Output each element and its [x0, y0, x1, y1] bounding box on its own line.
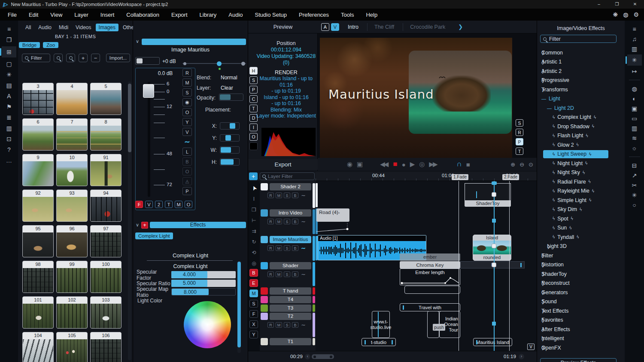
trim-handle[interactable]: [365, 340, 366, 344]
transport-loop-button[interactable]: ◎: [419, 160, 423, 168]
fx-favorites[interactable]: ❯Favorites: [537, 316, 623, 324]
expand-icon[interactable]: ❯: [541, 253, 545, 258]
scroll-right-button[interactable]: ›: [519, 354, 524, 359]
media-item-96[interactable]: 96: [56, 225, 88, 257]
media-item-105[interactable]: 105: [56, 332, 88, 362]
overlay-r-button[interactable]: R: [516, 129, 523, 136]
transport-stop-button[interactable]: ■: [393, 160, 396, 169]
track-name[interactable]: T4: [270, 296, 311, 303]
track-s-button[interactable]: S: [284, 219, 290, 224]
playhead-cap[interactable]: [492, 181, 497, 185]
fx-glow-2[interactable]: ϟGlow 2ϟ: [537, 141, 623, 149]
wave-button[interactable]: ∼: [182, 138, 192, 146]
track-t-hand[interactable]: T hand: [260, 287, 316, 295]
panel-menu-icon[interactable]: ≡: [627, 25, 642, 33]
tl-mode-x-button[interactable]: X: [249, 320, 258, 328]
expand-icon[interactable]: ❯: [541, 290, 545, 295]
color-panel-icon[interactable]: ◍: [627, 84, 642, 93]
b-button[interactable]: B: [182, 157, 192, 166]
zoom-in-thumbs-button[interactable]: [54, 54, 63, 62]
pv-o-button[interactable]: O: [249, 133, 258, 141]
fx-flash-light[interactable]: ϟFlash Lightϟ: [537, 132, 623, 140]
eq-panel-icon[interactable]: ≋: [627, 134, 642, 142]
track-r-button[interactable]: R: [267, 193, 274, 198]
track-name[interactable]: T hand: [270, 287, 311, 295]
tag-zoo[interactable]: Zoo: [43, 42, 58, 48]
track-m-button[interactable]: M: [276, 193, 282, 198]
param-value-box[interactable]: 8.000: [171, 288, 236, 296]
track-name[interactable]: Intro Video: [270, 209, 311, 217]
transport-record-button[interactable]: ●: [402, 161, 404, 168]
fx-text-effects[interactable]: ❯Text Effects: [537, 307, 623, 315]
playhead-handle[interactable]: [492, 192, 496, 197]
track-color-chip[interactable]: [261, 183, 268, 190]
track-s-button[interactable]: S: [284, 272, 290, 277]
fade-marker-2-fade[interactable]: 2.Fade: [502, 174, 519, 180]
expand-icon[interactable]: ❯: [541, 327, 545, 332]
main-menu-icon[interactable]: ≡: [2, 25, 16, 33]
fx-generators[interactable]: ❯Generators: [537, 288, 623, 296]
trim-panel-icon[interactable]: ✂: [627, 181, 642, 190]
bin-filter-button[interactable]: Filter: [22, 54, 50, 62]
eye-button[interactable]: ◉: [182, 98, 192, 106]
help-icon[interactable]: ?: [2, 145, 16, 154]
tab-all[interactable]: All: [22, 24, 34, 31]
timeline-scrollbar-thumb[interactable]: [312, 354, 334, 359]
track-envelope-button[interactable]: ∼: [301, 322, 306, 328]
monitor-a-toggle[interactable]: A: [321, 23, 329, 31]
tag-bridge[interactable]: Bridge: [19, 42, 40, 48]
pv-i-button[interactable]: I: [249, 124, 258, 131]
tool-target-button[interactable]: ◎: [250, 259, 258, 267]
fx-drop-shadow[interactable]: ϟDrop Shadowϟ: [537, 122, 623, 130]
track-m-button[interactable]: M: [276, 272, 282, 277]
fx-complex-light[interactable]: ϟComplex Lightϟ: [537, 113, 623, 121]
slider-dot-right[interactable]: [241, 62, 245, 66]
pv-t-button[interactable]: T: [249, 105, 258, 112]
menu-layer[interactable]: Layer: [68, 10, 94, 19]
track-r-button[interactable]: R: [267, 272, 274, 277]
layer-header-bar[interactable]: [142, 39, 246, 45]
fx-spot[interactable]: ϟSpotϟ: [537, 214, 623, 223]
clip-travel-with[interactable]: Travel with: [400, 303, 460, 311]
track-s-button[interactable]: S: [284, 245, 290, 251]
track-image-mauritius[interactable]: Image MauritiusRMSB∼: [260, 236, 316, 261]
media-item-7[interactable]: 7: [56, 118, 88, 151]
clip-mauritius-island[interactable]: Mauritius Island: [473, 338, 512, 346]
fx-light[interactable]: —Light: [537, 95, 623, 103]
media-item-3[interactable]: 3: [22, 83, 54, 115]
mask-panel-icon[interactable]: ○: [627, 201, 642, 209]
menu-export[interactable]: Export: [165, 10, 194, 19]
fx-radial-flare[interactable]: ϟRadial Flareϟ: [537, 178, 623, 186]
track-m-button[interactable]: M: [276, 322, 282, 328]
expand-icon[interactable]: ❯: [541, 318, 545, 323]
menu-preferences[interactable]: Preferences: [293, 10, 335, 19]
media-item-104[interactable]: 104: [22, 332, 54, 362]
fx-simple-light[interactable]: ϟSimple Lightϟ: [537, 196, 623, 204]
track-t4[interactable]: T4: [260, 296, 316, 303]
expand-icon[interactable]: ❯: [541, 299, 545, 304]
playhead-handle[interactable]: [492, 219, 496, 223]
tl-mode-s-button[interactable]: S: [249, 300, 258, 308]
slider-dot-left[interactable]: [183, 62, 186, 65]
track-t1[interactable]: T1: [260, 338, 316, 345]
more-icon[interactable]: …: [2, 156, 16, 165]
fx-light-2d[interactable]: —Light 2D: [537, 104, 623, 112]
menu-help[interactable]: Help: [360, 10, 383, 19]
fx-openfx[interactable]: ❯OpenFX: [537, 344, 623, 352]
fx-light-sweep[interactable]: ϟLight Sweepϟ: [543, 150, 608, 158]
trim-handle[interactable]: [476, 340, 477, 344]
mode-m-button[interactable]: M: [175, 201, 182, 208]
mode-2-button[interactable]: 2: [155, 201, 163, 208]
media-item-5[interactable]: 5: [90, 83, 122, 115]
menu-edit[interactable]: Edit: [23, 10, 44, 19]
track-t2[interactable]: T2RMSB∼: [260, 313, 316, 337]
zoom-reset-button[interactable]: ⊙: [529, 161, 533, 168]
track-intro-video[interactable]: Intro VideoRMSB∼: [260, 209, 316, 234]
tl-mode-m-button[interactable]: M: [249, 290, 258, 297]
playhead[interactable]: [494, 181, 495, 351]
clip-push[interactable]: push: [433, 324, 445, 331]
tool-rotate-button[interactable]: ⟲: [250, 249, 258, 256]
bin-scrollbar[interactable]: [128, 81, 131, 360]
track-envelope-button[interactable]: ∼: [301, 192, 306, 199]
fade-line[interactable]: [509, 181, 510, 351]
